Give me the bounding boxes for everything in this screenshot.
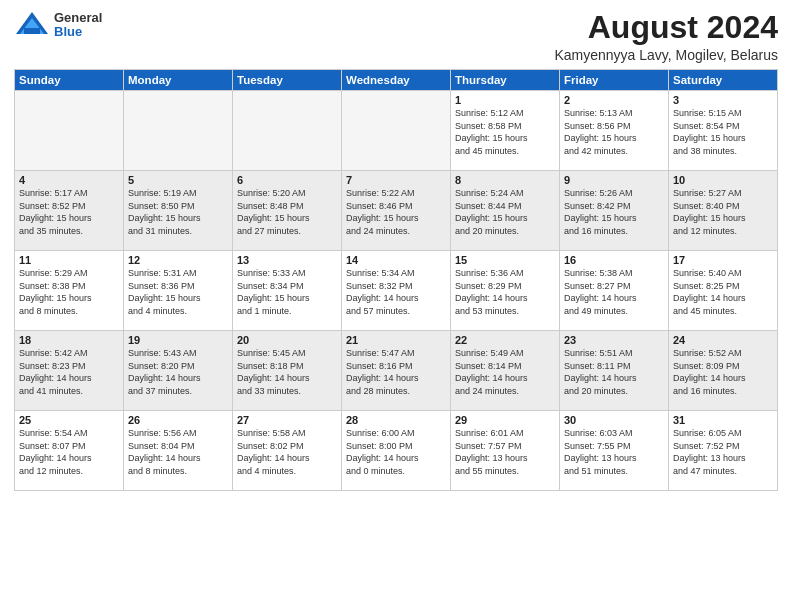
header: General Blue August 2024 Kamyennyya Lavy… — [14, 10, 778, 63]
day-info: Sunrise: 5:49 AM Sunset: 8:14 PM Dayligh… — [455, 347, 555, 397]
day-number: 15 — [455, 254, 555, 266]
logo-text: General Blue — [54, 11, 102, 40]
table-row: 4Sunrise: 5:17 AM Sunset: 8:52 PM Daylig… — [15, 171, 124, 251]
day-info: Sunrise: 5:22 AM Sunset: 8:46 PM Dayligh… — [346, 187, 446, 237]
day-info: Sunrise: 5:17 AM Sunset: 8:52 PM Dayligh… — [19, 187, 119, 237]
day-number: 31 — [673, 414, 773, 426]
day-info: Sunrise: 5:33 AM Sunset: 8:34 PM Dayligh… — [237, 267, 337, 317]
col-sunday: Sunday — [15, 70, 124, 91]
day-number: 26 — [128, 414, 228, 426]
day-info: Sunrise: 5:31 AM Sunset: 8:36 PM Dayligh… — [128, 267, 228, 317]
day-number: 28 — [346, 414, 446, 426]
logo-blue-text: Blue — [54, 25, 102, 39]
main-title: August 2024 — [554, 10, 778, 45]
col-friday: Friday — [560, 70, 669, 91]
table-row: 12Sunrise: 5:31 AM Sunset: 8:36 PM Dayli… — [124, 251, 233, 331]
table-row: 31Sunrise: 6:05 AM Sunset: 7:52 PM Dayli… — [669, 411, 778, 491]
table-row: 13Sunrise: 5:33 AM Sunset: 8:34 PM Dayli… — [233, 251, 342, 331]
day-info: Sunrise: 6:00 AM Sunset: 8:00 PM Dayligh… — [346, 427, 446, 477]
table-row: 9Sunrise: 5:26 AM Sunset: 8:42 PM Daylig… — [560, 171, 669, 251]
table-row: 2Sunrise: 5:13 AM Sunset: 8:56 PM Daylig… — [560, 91, 669, 171]
table-row: 15Sunrise: 5:36 AM Sunset: 8:29 PM Dayli… — [451, 251, 560, 331]
logo-general-text: General — [54, 11, 102, 25]
table-row: 19Sunrise: 5:43 AM Sunset: 8:20 PM Dayli… — [124, 331, 233, 411]
table-row: 16Sunrise: 5:38 AM Sunset: 8:27 PM Dayli… — [560, 251, 669, 331]
day-info: Sunrise: 5:52 AM Sunset: 8:09 PM Dayligh… — [673, 347, 773, 397]
col-tuesday: Tuesday — [233, 70, 342, 91]
table-row: 1Sunrise: 5:12 AM Sunset: 8:58 PM Daylig… — [451, 91, 560, 171]
day-info: Sunrise: 5:58 AM Sunset: 8:02 PM Dayligh… — [237, 427, 337, 477]
day-number: 2 — [564, 94, 664, 106]
table-row: 23Sunrise: 5:51 AM Sunset: 8:11 PM Dayli… — [560, 331, 669, 411]
table-row: 30Sunrise: 6:03 AM Sunset: 7:55 PM Dayli… — [560, 411, 669, 491]
calendar-week-3: 11Sunrise: 5:29 AM Sunset: 8:38 PM Dayli… — [15, 251, 778, 331]
day-number: 11 — [19, 254, 119, 266]
col-thursday: Thursday — [451, 70, 560, 91]
day-number: 17 — [673, 254, 773, 266]
calendar-week-5: 25Sunrise: 5:54 AM Sunset: 8:07 PM Dayli… — [15, 411, 778, 491]
day-number: 6 — [237, 174, 337, 186]
table-row — [124, 91, 233, 171]
logo: General Blue — [14, 10, 102, 40]
day-info: Sunrise: 5:12 AM Sunset: 8:58 PM Dayligh… — [455, 107, 555, 157]
day-info: Sunrise: 5:24 AM Sunset: 8:44 PM Dayligh… — [455, 187, 555, 237]
table-row: 7Sunrise: 5:22 AM Sunset: 8:46 PM Daylig… — [342, 171, 451, 251]
day-number: 27 — [237, 414, 337, 426]
day-info: Sunrise: 5:29 AM Sunset: 8:38 PM Dayligh… — [19, 267, 119, 317]
table-row — [342, 91, 451, 171]
calendar-week-1: 1Sunrise: 5:12 AM Sunset: 8:58 PM Daylig… — [15, 91, 778, 171]
day-info: Sunrise: 5:54 AM Sunset: 8:07 PM Dayligh… — [19, 427, 119, 477]
subtitle: Kamyennyya Lavy, Mogilev, Belarus — [554, 47, 778, 63]
day-number: 3 — [673, 94, 773, 106]
day-number: 10 — [673, 174, 773, 186]
calendar-week-4: 18Sunrise: 5:42 AM Sunset: 8:23 PM Dayli… — [15, 331, 778, 411]
day-number: 29 — [455, 414, 555, 426]
table-row — [15, 91, 124, 171]
col-saturday: Saturday — [669, 70, 778, 91]
calendar-header-row: Sunday Monday Tuesday Wednesday Thursday… — [15, 70, 778, 91]
day-info: Sunrise: 5:36 AM Sunset: 8:29 PM Dayligh… — [455, 267, 555, 317]
page: General Blue August 2024 Kamyennyya Lavy… — [0, 0, 792, 612]
logo-icon — [14, 10, 50, 40]
day-info: Sunrise: 5:42 AM Sunset: 8:23 PM Dayligh… — [19, 347, 119, 397]
day-number: 5 — [128, 174, 228, 186]
day-info: Sunrise: 5:56 AM Sunset: 8:04 PM Dayligh… — [128, 427, 228, 477]
day-info: Sunrise: 5:20 AM Sunset: 8:48 PM Dayligh… — [237, 187, 337, 237]
day-number: 13 — [237, 254, 337, 266]
table-row: 22Sunrise: 5:49 AM Sunset: 8:14 PM Dayli… — [451, 331, 560, 411]
table-row: 3Sunrise: 5:15 AM Sunset: 8:54 PM Daylig… — [669, 91, 778, 171]
svg-rect-2 — [24, 28, 40, 34]
day-number: 25 — [19, 414, 119, 426]
calendar-table: Sunday Monday Tuesday Wednesday Thursday… — [14, 69, 778, 491]
day-number: 21 — [346, 334, 446, 346]
col-wednesday: Wednesday — [342, 70, 451, 91]
day-info: Sunrise: 5:38 AM Sunset: 8:27 PM Dayligh… — [564, 267, 664, 317]
day-info: Sunrise: 6:05 AM Sunset: 7:52 PM Dayligh… — [673, 427, 773, 477]
calendar-week-2: 4Sunrise: 5:17 AM Sunset: 8:52 PM Daylig… — [15, 171, 778, 251]
table-row: 8Sunrise: 5:24 AM Sunset: 8:44 PM Daylig… — [451, 171, 560, 251]
day-info: Sunrise: 5:34 AM Sunset: 8:32 PM Dayligh… — [346, 267, 446, 317]
day-number: 4 — [19, 174, 119, 186]
table-row: 11Sunrise: 5:29 AM Sunset: 8:38 PM Dayli… — [15, 251, 124, 331]
table-row: 21Sunrise: 5:47 AM Sunset: 8:16 PM Dayli… — [342, 331, 451, 411]
table-row: 29Sunrise: 6:01 AM Sunset: 7:57 PM Dayli… — [451, 411, 560, 491]
day-info: Sunrise: 6:03 AM Sunset: 7:55 PM Dayligh… — [564, 427, 664, 477]
day-number: 9 — [564, 174, 664, 186]
table-row: 28Sunrise: 6:00 AM Sunset: 8:00 PM Dayli… — [342, 411, 451, 491]
day-info: Sunrise: 5:40 AM Sunset: 8:25 PM Dayligh… — [673, 267, 773, 317]
table-row: 27Sunrise: 5:58 AM Sunset: 8:02 PM Dayli… — [233, 411, 342, 491]
col-monday: Monday — [124, 70, 233, 91]
table-row: 17Sunrise: 5:40 AM Sunset: 8:25 PM Dayli… — [669, 251, 778, 331]
day-number: 22 — [455, 334, 555, 346]
table-row — [233, 91, 342, 171]
table-row: 20Sunrise: 5:45 AM Sunset: 8:18 PM Dayli… — [233, 331, 342, 411]
day-number: 24 — [673, 334, 773, 346]
table-row: 25Sunrise: 5:54 AM Sunset: 8:07 PM Dayli… — [15, 411, 124, 491]
day-number: 18 — [19, 334, 119, 346]
day-info: Sunrise: 5:47 AM Sunset: 8:16 PM Dayligh… — [346, 347, 446, 397]
table-row: 14Sunrise: 5:34 AM Sunset: 8:32 PM Dayli… — [342, 251, 451, 331]
day-number: 1 — [455, 94, 555, 106]
day-info: Sunrise: 5:51 AM Sunset: 8:11 PM Dayligh… — [564, 347, 664, 397]
day-number: 19 — [128, 334, 228, 346]
table-row: 10Sunrise: 5:27 AM Sunset: 8:40 PM Dayli… — [669, 171, 778, 251]
